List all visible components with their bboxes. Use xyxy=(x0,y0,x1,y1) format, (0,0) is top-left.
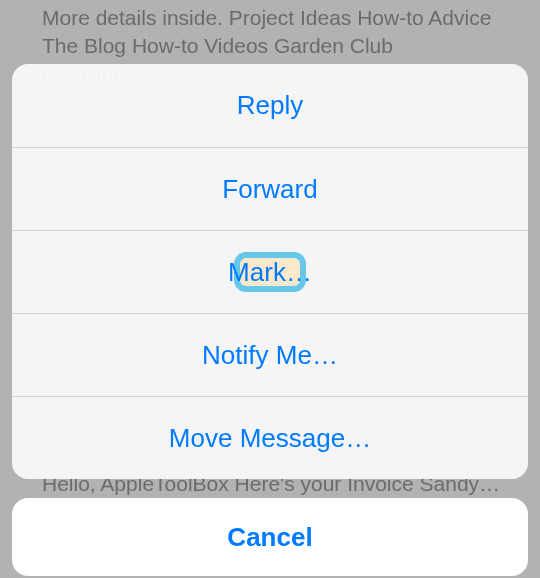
action-sheet: Reply Forward Mark… Notify Me… Move Mess… xyxy=(12,64,528,479)
action-label: Move Message… xyxy=(169,423,371,454)
cancel-label: Cancel xyxy=(227,522,312,553)
reply-button[interactable]: Reply xyxy=(12,64,528,147)
cancel-button[interactable]: Cancel xyxy=(12,498,528,576)
action-label: Forward xyxy=(222,174,317,205)
mark-button[interactable]: Mark… xyxy=(12,230,528,313)
move-message-button[interactable]: Move Message… xyxy=(12,396,528,479)
action-label: Reply xyxy=(237,90,303,121)
action-label: Mark… xyxy=(228,257,312,288)
forward-button[interactable]: Forward xyxy=(12,147,528,230)
action-label: Notify Me… xyxy=(202,340,338,371)
notify-me-button[interactable]: Notify Me… xyxy=(12,313,528,396)
cancel-sheet: Cancel xyxy=(12,498,528,576)
